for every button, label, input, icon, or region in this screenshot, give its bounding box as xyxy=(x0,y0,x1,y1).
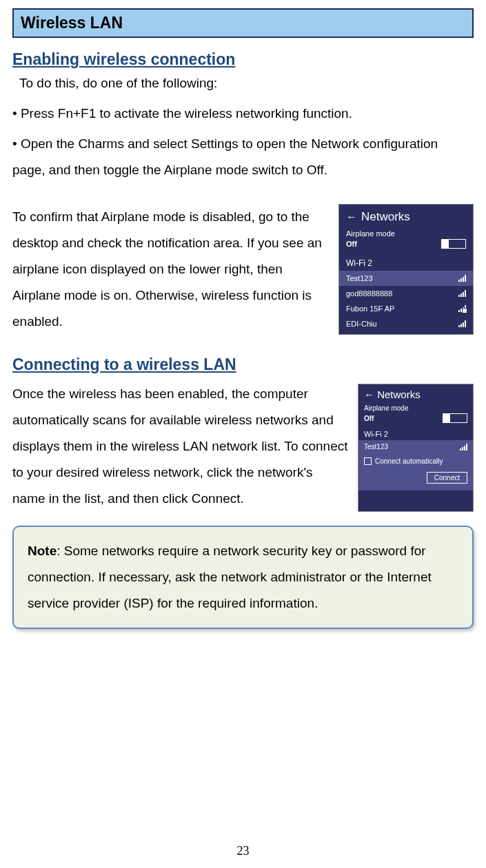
bullet-2: • Open the Charms and select Settings to… xyxy=(12,131,474,183)
airplane-label-2: Airplane mode xyxy=(364,404,467,412)
network-item[interactable]: Fubon 15F AP xyxy=(339,301,473,316)
signal-icon xyxy=(460,444,467,451)
connecting-paragraph: Once the wireless has been enabled, the … xyxy=(12,381,348,512)
airplane-state: Off xyxy=(346,240,357,248)
network-name: Test123 xyxy=(346,274,373,282)
signal-icon xyxy=(458,320,466,327)
airplane-mode-section: Airplane mode Off xyxy=(339,228,473,253)
airplane-toggle-2[interactable] xyxy=(443,413,467,423)
checkbox-icon[interactable] xyxy=(364,457,372,465)
signal-icon xyxy=(458,275,466,282)
connect-auto-label: Connect automatically xyxy=(375,457,443,465)
back-arrow-icon[interactable]: ← xyxy=(364,389,374,400)
networks-header-2: ← Networks xyxy=(358,384,473,403)
subheading-enabling: Enabling wireless connection xyxy=(12,50,474,69)
networks-header: ← Networks xyxy=(339,205,473,228)
network-item-selected[interactable]: Test123 xyxy=(358,440,473,453)
confirm-paragraph: To confirm that Airplane mode is disable… xyxy=(12,204,329,335)
network-name: Fubon 15F AP xyxy=(346,304,394,313)
bullet-1: • Press Fn+F1 to activate the wireless n… xyxy=(12,101,474,127)
connect-auto-row[interactable]: Connect automatically xyxy=(364,457,467,465)
note-box: Note: Some networks require a network se… xyxy=(12,526,474,629)
networks-panel-connect: ← Networks Airplane mode Off Wi-Fi 2 Tes… xyxy=(358,384,474,512)
network-name: Test123 xyxy=(364,443,388,451)
networks-title-2: Networks xyxy=(377,389,421,400)
connect-area: Connect automatically Connect xyxy=(358,453,473,490)
page-number: 23 xyxy=(0,844,486,858)
subheading-connecting: Connecting to a wireless LAN xyxy=(12,355,474,374)
airplane-label: Airplane mode xyxy=(346,229,466,238)
section-title: Wireless LAN xyxy=(21,14,123,32)
section-banner: Wireless LAN xyxy=(12,8,474,38)
airplane-toggle[interactable] xyxy=(441,239,466,249)
network-name: EDI-Chiu xyxy=(346,320,377,328)
wifi-section-label-2: Wi-Fi 2 xyxy=(358,426,473,440)
airplane-mode-section-2: Airplane mode Off xyxy=(358,403,473,426)
note-label: Note xyxy=(28,544,57,558)
intro-text: To do this, do one of the following: xyxy=(19,76,474,91)
network-item[interactable]: EDI-Chiu xyxy=(339,316,473,331)
signal-locked-icon xyxy=(458,305,466,312)
networks-panel-list: ← Networks Airplane mode Off Wi-Fi 2 Tes… xyxy=(338,204,474,335)
connect-button[interactable]: Connect xyxy=(427,472,467,484)
network-name: god88888888 xyxy=(346,289,392,298)
back-arrow-icon[interactable]: ← xyxy=(346,211,357,223)
network-item[interactable]: Test123 xyxy=(339,271,473,286)
networks-title: Networks xyxy=(361,210,410,224)
wifi-section-label: Wi-Fi 2 xyxy=(339,253,473,271)
signal-icon xyxy=(458,290,466,297)
note-body: : Some networks require a network securi… xyxy=(28,544,432,610)
network-item[interactable]: god88888888 xyxy=(339,286,473,301)
airplane-state-2: Off xyxy=(364,415,374,422)
